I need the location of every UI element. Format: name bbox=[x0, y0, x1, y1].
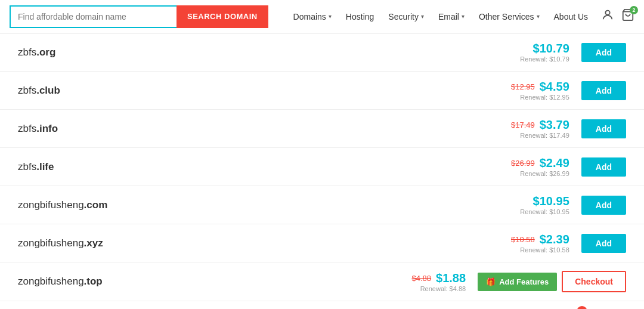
domain-tld: .life bbox=[36, 161, 54, 172]
price-row: $10.95 bbox=[533, 194, 569, 208]
nav-item-other-services[interactable]: Other Services▾ bbox=[479, 12, 540, 21]
price-original: $4.88 bbox=[412, 274, 432, 283]
nav-item-label: Email bbox=[438, 12, 459, 21]
domain-row: zbfs.life$26.99$2.49Renewal: $26.99Add bbox=[0, 148, 644, 186]
chevron-down-icon: ▾ bbox=[329, 13, 332, 20]
search-area: SEARCH DOMAIN bbox=[10, 5, 268, 28]
action-area: Add bbox=[581, 196, 626, 215]
price-renewal: Renewal: $17.49 bbox=[520, 132, 569, 139]
chevron-down-icon: ▾ bbox=[462, 13, 465, 20]
cart-badge: 2 bbox=[630, 6, 638, 14]
domain-tld: .xyz bbox=[84, 237, 103, 249]
nav-item-label: Domains bbox=[293, 12, 326, 21]
price-renewal: Renewal: $10.79 bbox=[520, 55, 569, 63]
checkout-area: 🎁Add FeaturesCheckout bbox=[478, 271, 626, 292]
domain-list: zbfs.org$10.79Renewal: $10.79Addzbfs.clu… bbox=[0, 33, 644, 309]
domain-row: zbfs.club$12.95$4.59Renewal: $12.95Add bbox=[0, 72, 644, 110]
nav-item-about-us[interactable]: About Us bbox=[554, 12, 589, 21]
nav-item-security[interactable]: Security▾ bbox=[388, 12, 424, 21]
price-renewal: Renewal: $4.88 bbox=[420, 285, 466, 292]
domain-name: zongbifusheng.top bbox=[18, 276, 370, 288]
navbar: SEARCH DOMAIN Domains▾HostingSecurity▾Em… bbox=[0, 0, 644, 33]
price-area: $26.99$2.49Renewal: $26.99 bbox=[474, 156, 569, 177]
gift-icon: 🎁 bbox=[486, 277, 496, 286]
nav-icons: 2 bbox=[601, 8, 634, 24]
domain-name: zongbifusheng.xyz bbox=[18, 237, 474, 249]
price-row: $17.49$3.79 bbox=[511, 118, 569, 132]
cart-icon-button[interactable]: 2 bbox=[621, 8, 634, 24]
price-area: $12.95$4.59Renewal: $12.95 bbox=[474, 80, 569, 101]
nav-links: Domains▾HostingSecurity▾Email▾Other Serv… bbox=[280, 12, 601, 21]
domain-row: zbfs.info$17.49$3.79Renewal: $17.49Add bbox=[0, 110, 644, 148]
domain-row: zongbifusheng.net$11.79Renewal: $11.791A… bbox=[0, 301, 644, 309]
nav-item-label: Security bbox=[388, 12, 419, 21]
price-current: $3.79 bbox=[540, 118, 569, 132]
domain-row: zongbifusheng.xyz$10.58$2.39Renewal: $10… bbox=[0, 224, 644, 262]
action-area: Add bbox=[581, 157, 626, 177]
nav-item-email[interactable]: Email▾ bbox=[438, 12, 465, 21]
price-row: $4.88$1.88 bbox=[412, 271, 466, 285]
price-current: $4.59 bbox=[540, 80, 569, 94]
price-original: $17.49 bbox=[511, 120, 535, 129]
add-button[interactable]: Add bbox=[581, 157, 626, 177]
domain-name: zbfs.life bbox=[18, 161, 474, 173]
price-area: $10.95Renewal: $10.95 bbox=[474, 194, 569, 215]
price-area: $4.88$1.88Renewal: $4.88 bbox=[370, 271, 466, 292]
domain-row: zbfs.org$10.79Renewal: $10.79Add bbox=[0, 33, 644, 72]
search-input[interactable] bbox=[10, 5, 177, 28]
add-button[interactable]: Add bbox=[581, 119, 626, 138]
chevron-down-icon: ▾ bbox=[537, 13, 540, 20]
price-current: $1.88 bbox=[436, 271, 466, 285]
action-area: Add bbox=[581, 81, 626, 100]
checkout-button[interactable]: Checkout bbox=[562, 271, 626, 292]
domain-tld: .club bbox=[36, 85, 60, 96]
domain-name: zbfs.info bbox=[18, 123, 474, 135]
nav-item-hosting[interactable]: Hosting bbox=[346, 12, 374, 21]
add-button[interactable]: Add bbox=[581, 196, 626, 215]
price-row: $12.95$4.59 bbox=[511, 80, 569, 94]
nav-item-label: Other Services bbox=[479, 12, 534, 21]
price-row: $10.79 bbox=[533, 42, 569, 55]
action-area: Add bbox=[581, 119, 626, 138]
price-row: $10.58$2.39 bbox=[511, 233, 569, 246]
price-area: $10.58$2.39Renewal: $10.58 bbox=[474, 233, 569, 254]
add-button[interactable]: Add bbox=[581, 43, 626, 62]
user-icon-button[interactable] bbox=[601, 8, 614, 24]
cart-notification-badge: 1 bbox=[577, 306, 587, 310]
price-area: $10.79Renewal: $10.79 bbox=[474, 42, 569, 63]
action-area: Add bbox=[581, 43, 626, 62]
nav-item-label: Hosting bbox=[346, 12, 374, 21]
price-renewal: Renewal: $26.99 bbox=[520, 170, 569, 177]
add-button[interactable]: Add bbox=[581, 234, 626, 253]
add-button[interactable]: Add bbox=[581, 81, 626, 100]
domain-name: zbfs.org bbox=[18, 47, 474, 58]
nav-item-label: About Us bbox=[554, 12, 589, 21]
action-area: Add bbox=[581, 234, 626, 253]
price-renewal: Renewal: $12.95 bbox=[520, 94, 569, 101]
price-current: $2.39 bbox=[540, 233, 569, 246]
price-renewal: Renewal: $10.58 bbox=[520, 246, 569, 254]
price-row: $26.99$2.49 bbox=[511, 156, 569, 170]
search-domain-button[interactable]: SEARCH DOMAIN bbox=[177, 5, 268, 28]
add-features-button[interactable]: 🎁Add Features bbox=[478, 273, 557, 291]
price-original: $12.95 bbox=[511, 82, 535, 91]
price-original: $26.99 bbox=[511, 159, 535, 168]
domain-name: zongbifusheng.com bbox=[18, 199, 474, 211]
price-current: $2.49 bbox=[540, 156, 569, 170]
price-area: $17.49$3.79Renewal: $17.49 bbox=[474, 118, 569, 139]
chevron-down-icon: ▾ bbox=[421, 13, 424, 20]
domain-row: zongbifusheng.top$4.88$1.88Renewal: $4.8… bbox=[0, 262, 644, 301]
svg-point-0 bbox=[605, 11, 609, 15]
domain-tld: .top bbox=[84, 276, 103, 287]
price-current: $10.95 bbox=[533, 194, 569, 208]
domain-tld: .info bbox=[36, 123, 58, 134]
price-original: $10.58 bbox=[511, 235, 535, 244]
nav-item-domains[interactable]: Domains▾ bbox=[293, 12, 332, 21]
price-renewal: Renewal: $10.95 bbox=[520, 208, 569, 215]
domain-name: zbfs.club bbox=[18, 85, 474, 97]
domain-row: zongbifusheng.com$10.95Renewal: $10.95Ad… bbox=[0, 186, 644, 224]
domain-tld: .com bbox=[84, 199, 108, 211]
price-current: $10.79 bbox=[533, 42, 569, 55]
add-features-label: Add Features bbox=[499, 277, 549, 286]
domain-tld: .org bbox=[36, 47, 55, 58]
